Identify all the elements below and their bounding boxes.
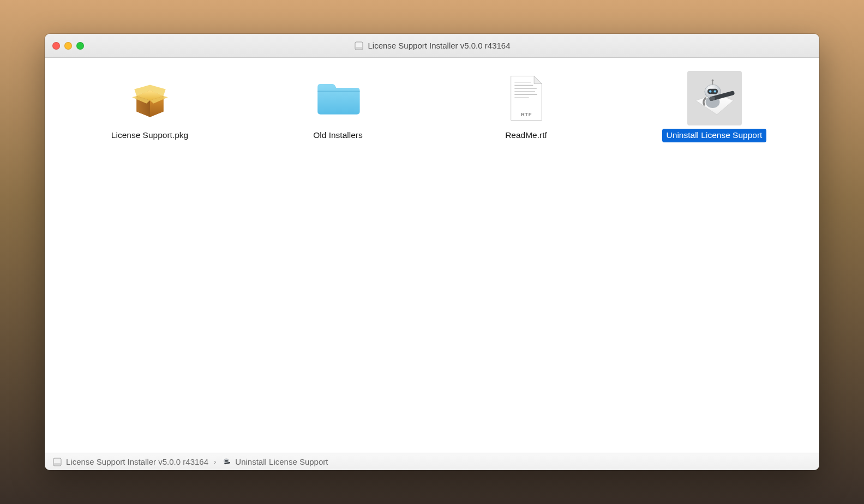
fullscreen-button[interactable] (76, 42, 84, 50)
svg-rect-20 (707, 89, 718, 94)
file-icon-view[interactable]: License Support.pkg Old Installers (45, 58, 819, 453)
svg-point-21 (709, 90, 711, 92)
file-item-license-support-pkg[interactable]: License Support.pkg (67, 71, 233, 142)
file-label: License Support.pkg (107, 129, 193, 142)
file-item-uninstall-license-support[interactable]: Uninstall License Support (631, 71, 797, 142)
file-item-readme-rtf[interactable]: RTF ReadMe.rtf (443, 71, 609, 142)
svg-point-24 (711, 80, 713, 81)
svg-rect-28 (54, 463, 61, 465)
path-segment-root[interactable]: License Support Installer v5.0.0 r43164 (52, 457, 208, 467)
close-button[interactable] (52, 42, 60, 50)
path-segment-selected[interactable]: Uninstall License Support (221, 457, 328, 467)
titlebar[interactable]: License Support Installer v5.0.0 r43164 (45, 34, 819, 58)
disk-icon (52, 457, 62, 467)
package-icon (123, 71, 177, 125)
automator-icon (687, 71, 742, 125)
finder-window: License Support Installer v5.0.0 r43164 (45, 34, 819, 470)
disk-icon (354, 41, 364, 51)
path-label: License Support Installer v5.0.0 r43164 (66, 457, 208, 466)
folder-icon (311, 71, 365, 125)
traffic-lights (52, 42, 84, 50)
file-label: ReadMe.rtf (501, 129, 551, 142)
rtf-icon: RTF (499, 71, 554, 125)
automator-small-icon (221, 457, 231, 467)
window-title-group: License Support Installer v5.0.0 r43164 (354, 41, 511, 51)
svg-point-22 (713, 90, 716, 92)
svg-rect-1 (356, 47, 362, 49)
file-item-old-installers[interactable]: Old Installers (255, 71, 421, 142)
chevron-right-icon: › (214, 458, 216, 466)
window-title: License Support Installer v5.0.0 r43164 (368, 41, 511, 50)
path-label: Uninstall License Support (235, 457, 328, 466)
svg-rect-30 (225, 460, 228, 461)
file-label: Old Installers (309, 129, 367, 142)
svg-text:RTF: RTF (521, 111, 532, 117)
minimize-button[interactable] (64, 42, 72, 50)
file-label: Uninstall License Support (662, 129, 767, 142)
path-bar: License Support Installer v5.0.0 r43164 … (45, 453, 819, 470)
